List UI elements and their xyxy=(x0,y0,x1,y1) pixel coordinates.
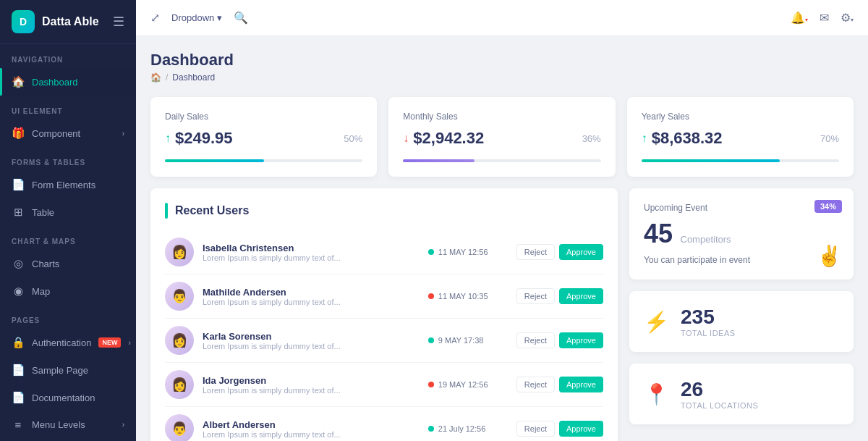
sidebar-logo: D Datta Able ☰ xyxy=(0,0,136,44)
stat-card-daily: Daily Sales ↑ $249.95 50% xyxy=(150,97,377,177)
locations-count: 26 xyxy=(681,378,758,401)
reject-button[interactable]: Reject xyxy=(516,288,555,304)
expand-icon[interactable]: ⤢ xyxy=(150,11,160,25)
stat-label: Daily Sales xyxy=(165,112,362,122)
progress-fill xyxy=(642,159,780,162)
ideas-card: ⚡ 235 TOTAL IDEAS xyxy=(629,291,854,352)
avatar: 👨 xyxy=(165,414,194,441)
status-dot xyxy=(428,249,434,255)
user-desc: Lorem Ipsum is simply dummy text of... xyxy=(203,386,420,395)
event-emoji-icon: ✌️ xyxy=(817,244,842,268)
approve-button[interactable]: Approve xyxy=(559,377,603,392)
user-status: 11 MAY 10:35 xyxy=(428,292,508,301)
user-name: Karla Sorensen xyxy=(203,331,420,342)
dropdown-button[interactable]: Dropdown ▾ xyxy=(171,12,222,23)
home-icon: 🏠 xyxy=(12,75,25,88)
pages-section-label: Pages xyxy=(0,305,136,329)
reject-button[interactable]: Reject xyxy=(516,244,555,260)
bell-icon[interactable]: 🔔▾ xyxy=(791,11,808,25)
sidebar-item-label: Menu Levels xyxy=(32,419,115,430)
recent-users-panel: Recent Users 👩 Isabella Christensen Lore… xyxy=(150,188,618,441)
charts-icon: ◎ xyxy=(12,257,25,270)
chevron-down-icon: ▾ xyxy=(217,12,222,23)
user-rows-container: 👩 Isabella Christensen Lorem Ipsum is si… xyxy=(165,230,603,441)
sidebar-item-menu-levels[interactable]: ≡ Menu Levels › xyxy=(0,411,136,438)
content-area: Dashboard 🏠 / Dashboard Daily Sales ↑ $2… xyxy=(136,36,868,441)
stat-value: ↑ $8,638.32 xyxy=(642,129,723,148)
sidebar-item-component[interactable]: 🎁 Component › xyxy=(0,119,136,147)
hamburger-icon[interactable]: ☰ xyxy=(113,14,124,30)
sidebar-item-authentication[interactable]: 🔒 Authentication New › xyxy=(0,329,136,356)
sidebar-item-label: Component xyxy=(32,128,115,139)
trend-up-icon: ↑ xyxy=(642,132,647,145)
user-name: Isabella Christensen xyxy=(203,243,420,253)
page-header: Dashboard 🏠 / Dashboard xyxy=(150,51,854,83)
sidebar-item-dashboard[interactable]: 🏠 Dashboard xyxy=(0,68,136,96)
table-row: 👩 Isabella Christensen Lorem Ipsum is si… xyxy=(165,230,603,274)
approve-button[interactable]: Approve xyxy=(559,332,603,348)
reject-button[interactable]: Reject xyxy=(516,421,555,437)
stat-value: ↑ $249.95 xyxy=(165,129,233,148)
sidebar-item-documentation[interactable]: 📄 Documentation xyxy=(0,384,136,411)
user-status: 19 MAY 12:56 xyxy=(428,380,508,389)
reject-button[interactable]: Reject xyxy=(516,377,555,392)
map-icon: ◉ xyxy=(12,285,25,298)
mail-icon[interactable]: ✉ xyxy=(820,11,829,25)
sidebar-item-label: Charts xyxy=(32,259,124,269)
status-dot xyxy=(428,293,434,299)
trend-down-icon: ↓ xyxy=(403,132,409,145)
user-actions: Reject Approve xyxy=(516,244,603,260)
settings-icon[interactable]: ⚙▾ xyxy=(841,11,854,25)
search-icon[interactable]: 🔍 xyxy=(234,11,248,25)
breadcrumb-current: Dashboard xyxy=(172,72,215,83)
sidebar-item-table[interactable]: ⊞ Table xyxy=(0,198,136,226)
user-name: Ida Jorgensen xyxy=(203,375,420,386)
chart-section-label: Chart & Maps xyxy=(0,226,136,250)
progress-fill xyxy=(403,159,474,162)
approve-button[interactable]: Approve xyxy=(559,421,603,437)
user-name: Mathilde Andersen xyxy=(203,287,420,298)
sidebar-item-sample-page[interactable]: 📄 Sample Page xyxy=(0,356,136,384)
topbar: ⤢ Dropdown ▾ 🔍 🔔▾ ✉ ⚙▾ xyxy=(136,0,868,36)
stat-amount: $8,638.32 xyxy=(652,129,723,148)
user-date: 21 July 12:56 xyxy=(438,424,485,433)
event-title: Upcoming Event xyxy=(644,203,839,213)
event-desc: You can participate in event xyxy=(644,255,839,265)
user-date: 11 MAY 10:35 xyxy=(438,292,488,301)
ideas-label: TOTAL IDEAS xyxy=(681,329,736,337)
user-info: Mathilde Andersen Lorem Ipsum is simply … xyxy=(203,287,420,306)
avatar: 👨 xyxy=(165,282,194,311)
approve-button[interactable]: Approve xyxy=(559,288,603,304)
avatar: 👩 xyxy=(165,326,194,355)
locations-card: 📍 26 TOTAL LOCATIONS xyxy=(629,364,854,424)
location-pin-icon: 📍 xyxy=(644,382,669,406)
event-badge: 34% xyxy=(814,200,842,213)
stat-pct: 50% xyxy=(344,133,362,144)
main-area: ⤢ Dropdown ▾ 🔍 🔔▾ ✉ ⚙▾ Dashboard 🏠 / Das… xyxy=(136,0,868,441)
avatar: 👩 xyxy=(165,370,194,399)
sidebar-item-label: Table xyxy=(32,207,124,218)
user-info: Karla Sorensen Lorem Ipsum is simply dum… xyxy=(203,331,420,350)
event-card: Upcoming Event 34% 45 Competitors You ca… xyxy=(629,188,854,280)
stats-row: Daily Sales ↑ $249.95 50% Monthly Sales … xyxy=(150,97,854,177)
lock-icon: 🔒 xyxy=(12,336,25,349)
event-count-row: 45 Competitors xyxy=(644,219,839,249)
event-count-label: Competitors xyxy=(681,234,731,245)
user-date: 11 MAY 12:56 xyxy=(438,248,488,256)
sidebar-item-charts[interactable]: ◎ Charts xyxy=(0,250,136,277)
sidebar-item-label: Dashboard xyxy=(32,77,124,88)
user-status: 9 MAY 17:38 xyxy=(428,336,508,345)
ui-section-label: UI Element xyxy=(0,96,136,119)
progress-bg xyxy=(403,159,600,162)
component-icon: 🎁 xyxy=(12,127,25,140)
sidebar-item-map[interactable]: ◉ Map xyxy=(0,277,136,305)
user-actions: Reject Approve xyxy=(516,377,603,392)
stat-amount: $249.95 xyxy=(175,129,233,148)
progress-fill xyxy=(165,159,264,162)
locations-info: 26 TOTAL LOCATIONS xyxy=(681,378,758,410)
sidebar-item-form-elements[interactable]: 📄 Form Elements xyxy=(0,171,136,198)
sidebar: D Datta Able ☰ Navigation 🏠 Dashboard UI… xyxy=(0,0,136,441)
approve-button[interactable]: Approve xyxy=(559,244,603,260)
reject-button[interactable]: Reject xyxy=(516,332,555,348)
table-row: 👩 Ida Jorgensen Lorem Ipsum is simply du… xyxy=(165,363,603,407)
